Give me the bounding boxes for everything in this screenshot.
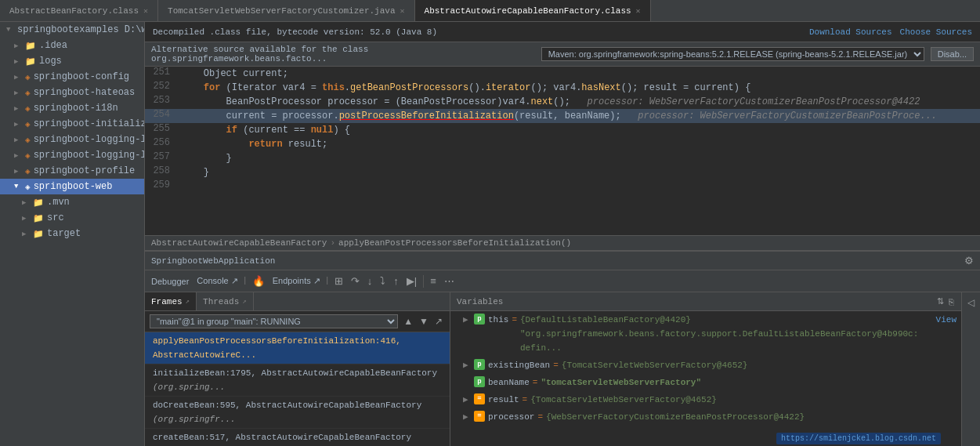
list-item[interactable]: applyBeanPostProcessorsBeforeInitializat… [145, 332, 450, 364]
code-table: 251 Object current; 252 for (Iterator va… [145, 67, 980, 194]
var-eq: = [537, 410, 543, 424]
list-item[interactable]: doCreateBean:595, AbstractAutowireCapabl… [145, 397, 450, 429]
chevron-icon: ▶ [22, 214, 30, 223]
sidebar-item-springboot-profile[interactable]: ▶ ◈ springboot-profile [0, 163, 144, 179]
step-over-button[interactable]: ↷ [348, 274, 363, 288]
tab-threads[interactable]: Threads ↗ [197, 292, 254, 310]
export-thread-button[interactable]: ↗ [432, 315, 445, 328]
list-item[interactable]: ▶ p this = {DefaultListableBeanFactory@4… [450, 311, 961, 357]
sidebar-item-logs[interactable]: ▶ 📁 logs [0, 53, 144, 69]
list-item[interactable]: createBean:517, AbstractAutowireCapableB… [145, 429, 450, 446]
frame-content: createBean:517, AbstractAutowireCapableB… [153, 433, 411, 446]
line-number: 258 [145, 165, 176, 179]
trace-button[interactable]: ⋯ [441, 274, 457, 288]
list-item[interactable]: ▶ p existingBean = {TomcatServletWebServ… [450, 357, 961, 374]
tab-tomcat-customizer[interactable]: TomcatServletWebServerFactoryCustomizer.… [158, 0, 414, 21]
close-icon[interactable]: ✕ [143, 6, 148, 16]
sidebar-item-idea[interactable]: ▶ 📁 .idea [0, 38, 144, 53]
var-type-icon: p [474, 359, 485, 370]
sort-vars-button[interactable]: ⇅ [936, 296, 945, 307]
tab-label: TomcatServletWebServerFactoryCustomizer.… [168, 6, 395, 16]
table-row: 258 } [145, 165, 980, 179]
frames-tabs: Frames ↗ Threads ↗ [145, 292, 450, 311]
flame-icon[interactable]: 🔥 [249, 274, 268, 288]
thread-selector: "main"@1 in group "main": RUNNING ▲ ▼ ↗ [145, 311, 450, 332]
var-value: {TomcatServletWebServerFactory@4652} [530, 393, 717, 407]
endpoints-tab[interactable]: Endpoints ↗ [269, 274, 324, 288]
breadcrumb-class[interactable]: AbstractAutowireCapableBeanFactory [151, 238, 327, 248]
prev-thread-button[interactable]: ▲ [401, 315, 415, 328]
chevron-icon: ▶ [14, 42, 22, 50]
sidebar-item-springboot-config[interactable]: ▶ ◈ springboot-config [0, 69, 144, 85]
table-row: 259 [145, 179, 980, 194]
pin-icon: ↗ [242, 297, 246, 306]
view-link[interactable]: View [936, 313, 956, 327]
chevron-icon: ▶ [22, 198, 30, 207]
table-row: 254 current = processor.postProcessBefor… [145, 109, 980, 123]
sidebar-item-springboot-initializer[interactable]: ▶ ◈ springboot-initializer-quick [0, 116, 144, 132]
list-item[interactable]: ▶ p beanName = "tomcatServletWebServerFa… [450, 374, 961, 391]
console-tab[interactable]: Console ↗ [193, 274, 240, 288]
list-item[interactable]: initializeBean:1795, AbstractAutowireCap… [145, 364, 450, 397]
chevron-icon: ▼ [14, 183, 22, 190]
module-icon: ◈ [25, 135, 31, 145]
sidebar-item-springboot-logbac[interactable]: ▶ ◈ springboot-logging-logbac [0, 147, 144, 163]
force-step-into-button[interactable]: ⤵ [377, 274, 389, 288]
sidebar-item-springboot-log4j[interactable]: ▶ ◈ springboot-logging-log4j [0, 132, 144, 147]
module-icon: ◈ [25, 103, 31, 114]
sidebar-item-springboot-web[interactable]: ▼ ◈ springboot-web [0, 179, 144, 194]
folder-icon: 📁 [33, 229, 44, 239]
module-icon: ◈ [25, 119, 31, 129]
var-type-icon: p [474, 376, 485, 387]
code-line: if (current == null) { [176, 123, 980, 137]
sidebar-item-target[interactable]: ▶ 📁 target [0, 226, 144, 241]
breadcrumb-method[interactable]: applyBeanPostProcessorsBeforeInitializat… [338, 238, 571, 248]
debugger-tab[interactable]: Debugger [148, 275, 192, 288]
tab-abstract-bean-factory[interactable]: AbstractBeanFactory.class ✕ [0, 0, 158, 21]
evaluate-expression-button[interactable]: ≡ [427, 274, 439, 288]
step-into-button[interactable]: ↓ [364, 274, 376, 288]
expand-icon[interactable]: ▶ [463, 358, 471, 372]
module-icon: ◈ [25, 88, 31, 98]
source-dropdown[interactable]: Maven: org.springframework:spring-beans:… [541, 47, 924, 61]
line-number: 257 [145, 151, 176, 165]
frame-content: initializeBean:1795, AbstractAutowireCap… [153, 368, 437, 392]
chevron-icon: ▶ [14, 104, 22, 113]
choose-sources-link[interactable]: Choose Sources [900, 27, 972, 37]
sidebar-item-springboot-i18n[interactable]: ▶ ◈ springboot-i18n [0, 100, 144, 116]
source-alt-text: Alternative source available for the cla… [151, 45, 535, 63]
var-name: this [488, 313, 508, 327]
next-thread-button[interactable]: ▼ [417, 315, 431, 328]
expand-icon[interactable]: ▶ [463, 410, 471, 424]
table-row: 252 for (Iterator var4 = this.getBeanPos… [145, 81, 980, 95]
var-eq: = [512, 313, 517, 327]
line-number: 255 [145, 123, 176, 137]
var-type-icon: p [474, 314, 485, 325]
folder-icon: 📁 [33, 198, 44, 208]
collapse-right-button[interactable]: ◁ [966, 296, 976, 310]
disable-button[interactable]: Disab... [931, 47, 974, 61]
download-sources-link[interactable]: Download Sources [809, 27, 892, 37]
sidebar-item-src[interactable]: ▶ 📁 src [0, 210, 144, 226]
run-to-cursor-button[interactable]: ▶| [403, 274, 420, 288]
list-item[interactable]: ▶ = result = {TomcatServletWebServerFact… [450, 391, 961, 408]
thread-select[interactable]: "main"@1 in group "main": RUNNING [150, 314, 398, 328]
line-number: 252 [145, 81, 176, 95]
restore-layout-button[interactable]: ⊞ [331, 274, 346, 288]
gear-button[interactable]: ⚙ [964, 255, 974, 267]
close-icon[interactable]: ✕ [400, 6, 405, 16]
code-line: BeanPostProcessor processor = (BeanPostP… [176, 95, 980, 109]
expand-icon[interactable]: ▶ [463, 393, 471, 407]
code-editor[interactable]: 251 Object current; 252 for (Iterator va… [145, 67, 980, 235]
main-layout: ▼ springbootexamples D:\works ▶ 📁 .idea … [0, 22, 980, 446]
sidebar-item-springboot-hateoas[interactable]: ▶ ◈ springboot-hateoas [0, 85, 144, 100]
tab-abstract-autowire[interactable]: AbstractAutowireCapableBeanFactory.class… [415, 0, 651, 21]
step-out-button[interactable]: ↑ [390, 274, 402, 288]
expand-icon[interactable]: ▶ [463, 313, 471, 327]
sidebar-item-mvn[interactable]: ▶ 📁 .mvn [0, 194, 144, 210]
close-icon[interactable]: ✕ [636, 6, 641, 16]
folder-icon: 📁 [25, 56, 36, 67]
copy-vars-button[interactable]: ⎘ [948, 296, 955, 307]
tab-frames[interactable]: Frames ↗ [145, 292, 197, 310]
list-item[interactable]: ▶ = processor = {WebServerFactoryCustomi… [450, 408, 961, 426]
